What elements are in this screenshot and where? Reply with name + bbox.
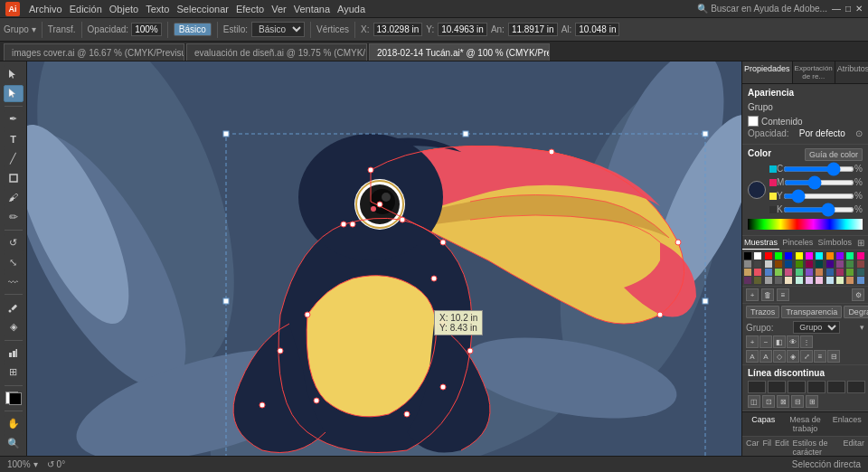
bottom-label-editar[interactable]: Editar	[843, 439, 864, 456]
swatch-cell[interactable]	[806, 252, 813, 260]
swatch-cell[interactable]	[775, 252, 782, 260]
swatch-cell[interactable]	[846, 277, 854, 284]
color-spectrum[interactable]	[748, 219, 863, 230]
toolbar-group-dropdown[interactable]: ▾	[32, 24, 36, 34]
trazos-add-btn[interactable]: +	[746, 335, 759, 348]
panel-tab-propiedades[interactable]: Propiedades	[742, 61, 793, 83]
bottom-label-car[interactable]: Car	[746, 439, 760, 456]
swatch-cell[interactable]	[846, 260, 854, 268]
swatch-cell[interactable]	[836, 269, 844, 276]
toolbar-mode-btn[interactable]: Básico	[174, 23, 212, 36]
canvas-area[interactable]: X: 10.2 in Y: 8.43 in	[27, 61, 741, 456]
swatch-cell[interactable]	[806, 269, 813, 276]
swatch-cell[interactable]	[785, 252, 792, 260]
bottom-label-edit[interactable]: Edit	[775, 439, 789, 456]
color-y-input[interactable]	[783, 194, 854, 199]
swatch-cell[interactable]	[857, 252, 864, 260]
tool-direct-selection[interactable]	[4, 85, 24, 103]
swatch-cell[interactable]	[744, 269, 751, 276]
swatch-cell[interactable]	[796, 269, 803, 276]
panel-tab-exportacion[interactable]: Exportación de re...	[793, 61, 835, 83]
bottom-label-estilos[interactable]: Estilos de carácter	[793, 439, 840, 456]
swatch-cell[interactable]	[765, 277, 772, 284]
swatch-cell[interactable]	[796, 260, 803, 268]
swatch-cell[interactable]	[754, 260, 761, 268]
swatch-cell[interactable]	[785, 269, 792, 276]
trazos-vis-btn[interactable]: 👁	[787, 335, 799, 348]
toolbar-opacity-value[interactable]: 100%	[131, 23, 162, 36]
swatch-cell[interactable]	[826, 260, 834, 268]
muestras-new-btn[interactable]: +	[746, 288, 759, 301]
swatch-cell[interactable]	[816, 252, 823, 260]
tool-column-graph[interactable]	[4, 344, 24, 362]
rotation-value[interactable]: 0°	[57, 459, 66, 469]
linea-btn1[interactable]: ◫	[748, 395, 760, 408]
swatch-cell[interactable]	[816, 269, 823, 276]
trazos-more-btn[interactable]: ⋮	[800, 335, 813, 348]
swatch-cell[interactable]	[765, 260, 772, 268]
tool-pencil[interactable]: ✏	[4, 208, 24, 226]
window-maximize[interactable]: □	[845, 4, 851, 14]
zoom-value[interactable]: 100%	[7, 459, 31, 469]
tool-hand[interactable]: ✋	[4, 415, 24, 433]
menu-seleccionar[interactable]: Seleccionar	[176, 4, 228, 14]
panel-bottom-enlaces[interactable]: Enlaces	[826, 412, 868, 436]
panel-tab-atributos[interactable]: Atributos	[835, 61, 868, 83]
swatch-cell[interactable]	[836, 277, 844, 284]
menu-texto[interactable]: Texto	[146, 4, 169, 14]
menu-ayuda[interactable]: Ayuda	[337, 4, 365, 14]
swatch-cell[interactable]	[846, 269, 854, 276]
window-close[interactable]: ✕	[855, 4, 863, 14]
tool-paintbrush[interactable]: 🖌	[4, 189, 24, 207]
swatch-cell[interactable]	[765, 252, 772, 260]
tab-images-cover[interactable]: images cover.ai @ 16.67 % (CMYK/Previsua…	[4, 43, 184, 61]
tool-color-boxes[interactable]	[4, 390, 24, 407]
swatch-cell[interactable]	[754, 269, 761, 276]
linea-dash-3[interactable]	[788, 381, 806, 393]
toolbar-w-value[interactable]: 11.8917 in	[508, 23, 558, 36]
swatch-cell[interactable]	[744, 260, 751, 268]
muestras-tab-simbolos[interactable]: Símbolos	[816, 236, 854, 250]
muestras-delete-btn[interactable]: 🗑	[761, 288, 774, 301]
transparencia-btn[interactable]: Transparencia	[781, 306, 842, 318]
swatch-cell[interactable]	[775, 260, 782, 268]
swatch-cell[interactable]	[806, 277, 813, 284]
menu-efecto[interactable]: Efecto	[236, 4, 264, 14]
swatch-cell[interactable]	[826, 269, 834, 276]
muestras-menu-btn[interactable]: ≡	[777, 288, 789, 301]
menu-objeto[interactable]: Objeto	[109, 4, 138, 14]
swatch-cell[interactable]	[744, 252, 751, 260]
color-fg-preview[interactable]	[748, 181, 766, 199]
tool-eyedropper[interactable]	[4, 298, 24, 316]
degradado-btn[interactable]: Degradado	[844, 306, 868, 318]
swatch-cell[interactable]	[775, 269, 782, 276]
swatch-cell[interactable]	[785, 277, 792, 284]
tool-rectangle[interactable]	[4, 169, 24, 187]
muestras-tab-pinceles[interactable]: Pinceles	[779, 236, 816, 250]
tool-bg-color[interactable]	[9, 392, 22, 405]
color-c-input[interactable]	[783, 166, 854, 172]
swatch-cell[interactable]	[857, 260, 864, 268]
muestras-settings-btn[interactable]: ⚙	[852, 288, 864, 301]
color-k-input[interactable]	[783, 207, 854, 212]
swatch-cell[interactable]	[744, 277, 751, 284]
toolbar-y-value[interactable]: 10.4963 in	[438, 23, 487, 36]
grupo-select[interactable]: Grupo	[793, 321, 840, 334]
linea-gap-1[interactable]	[807, 381, 826, 393]
menu-ver[interactable]: Ver	[271, 4, 287, 14]
toolbar-h-value[interactable]: 10.048 in	[575, 23, 619, 36]
linea-btn4[interactable]: ⊟	[791, 395, 804, 408]
tool-line[interactable]: ╱	[4, 149, 24, 167]
swatch-cell[interactable]	[836, 252, 844, 260]
zoom-dropdown[interactable]: ▾	[33, 459, 38, 469]
color-m-input[interactable]	[784, 180, 854, 185]
swatch-cell[interactable]	[796, 252, 803, 260]
tool-blend[interactable]: ◈	[4, 318, 24, 336]
trazos-dup-btn[interactable]: ◧	[773, 335, 786, 348]
opacity-icon[interactable]: ⊙	[855, 128, 863, 138]
toolbar-estilo-select[interactable]: Básico	[251, 22, 305, 37]
linea-gap-2[interactable]	[827, 381, 845, 393]
trazos-a7[interactable]: ⊟	[827, 350, 840, 363]
linea-btn3[interactable]: ⊠	[777, 395, 789, 408]
swatch-cell[interactable]	[826, 277, 834, 284]
